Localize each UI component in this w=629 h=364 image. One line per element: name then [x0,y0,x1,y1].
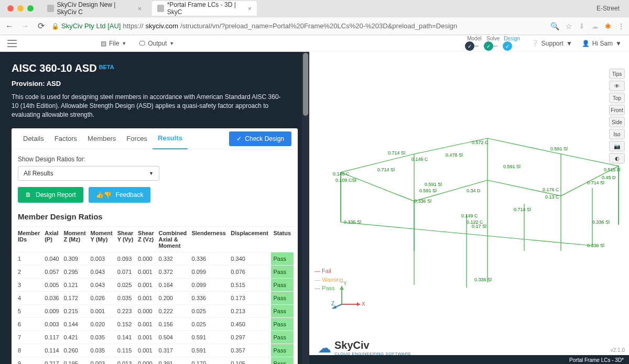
stage-solve-button[interactable]: ✓ [484,41,493,51]
maximize-window-icon[interactable] [27,5,34,12]
table-cell: 0.000 [136,357,156,364]
search-icon[interactable]: 🔍 [550,22,559,30]
structure-wireframe [309,52,629,364]
table-cell: 0.450 [229,318,271,331]
menu-toggle-button[interactable] [7,40,17,47]
check-design-label: Check Design [245,135,284,142]
status-cell: Pass [271,318,294,331]
table-cell: 0.040 [42,252,61,266]
tab-forces[interactable]: Forces [121,128,153,149]
viewport-3d[interactable]: 0.572 C0.591 Sl0.714 Sl0.146 C0.478 Sl0.… [309,52,629,364]
tab-members[interactable]: Members [82,128,121,149]
stage-model-button[interactable]: ✓ [465,41,474,51]
view-front-button[interactable]: Front [609,105,625,115]
check-design-button[interactable]: ✓ Check Design [229,131,291,146]
file-menu[interactable]: ▤ File ▼ [101,40,126,47]
bookmark-icon[interactable]: ☆ [566,22,572,30]
table-row[interactable]: 80.1140.2600.0350.1150.0010.3170.5910.35… [16,344,294,357]
feedback-button[interactable]: 👍👎 Feedback [89,187,151,203]
table-cell: 0.515 [229,279,271,292]
view-side-button[interactable]: Side [609,117,625,127]
table-cell: 0.071 [115,266,136,279]
filter-select[interactable]: All Results ▼ [18,166,159,181]
menu-icon[interactable]: ⋮ [617,22,625,30]
table-cell: 0.009 [42,305,61,318]
cloud-icon[interactable]: ☁ [591,22,599,30]
status-cell: Pass [271,252,294,266]
stage-design-label: Design [503,36,522,41]
table-cell: 0.295 [61,266,88,279]
minimize-window-icon[interactable] [17,5,24,12]
browser-profile-label[interactable]: E-Street [597,5,620,12]
table-row[interactable]: 10.0400.3090.0030.0930.0000.3320.3360.34… [16,252,294,266]
view-buttons: Tips 👁 Top Front Side Iso 📷 ◐ [609,69,625,163]
output-menu[interactable]: 🖵 Output ▼ [139,40,174,47]
tab-results[interactable]: Results [153,128,188,149]
url-field[interactable]: 🔒 SkyCiv Pty Ltd [AU] https://skyciv.com… [51,22,545,30]
url-host: skyciv.com [145,22,178,30]
tab-details[interactable]: Details [18,128,49,149]
reload-button[interactable]: ⟳ [36,21,46,31]
shade-button[interactable]: ◐ [609,153,625,163]
browser-chrome: SkyCiv Design New | SkyCiv C × *Portal F… [0,0,629,35]
table-cell: 0.164 [156,279,189,292]
table-cell: 0.336 [189,292,229,305]
table-row[interactable]: 60.0030.1440.0200.1520.0010.1560.0250.45… [16,318,294,331]
scrollbar[interactable] [302,52,309,364]
table-cell: 0.093 [115,252,136,266]
table-cell: 0.217 [42,357,61,364]
table-cell: 0.001 [136,331,156,344]
table-row[interactable]: 20.0570.2950.0430.0710.0010.3720.0990.07… [16,266,294,279]
window-controls[interactable] [4,5,37,12]
close-tab-icon[interactable]: × [247,5,252,13]
tips-button[interactable]: Tips [609,69,625,79]
visibility-button[interactable]: 👁 [609,81,625,91]
browser-tab[interactable]: SkyCiv Design New | SkyCiv C × [42,1,147,16]
design-report-button[interactable]: 🗎 Design Report [18,187,83,203]
file-icon: ▤ [101,40,106,47]
table-row[interactable]: 90.2170.1950.0030.0130.0000.3910.1700.10… [16,357,294,364]
back-button[interactable]: ← [4,21,15,31]
table-cell: 0.035 [115,292,136,305]
download-icon[interactable]: ⬇ [579,22,585,30]
table-cell: 0.372 [156,266,189,279]
table-cell: 0.170 [189,357,229,364]
chevron-down-icon: ▼ [169,41,174,46]
table-cell: 0.025 [115,279,136,292]
table-cell: 0.000 [136,305,156,318]
stage-design-button[interactable]: ✓ [503,41,512,51]
table-cell: 0.003 [89,357,115,364]
status-cell: Pass [271,279,294,292]
scrollbar-thumb[interactable] [303,53,308,116]
status-bar-text: Portal Frame LCs - 3D* [569,357,624,363]
close-tab-icon[interactable]: × [137,5,142,13]
table-cell: 6 [16,318,42,331]
extension-icon[interactable]: ✱ [605,22,611,30]
table-row[interactable]: 40.0360.1720.0260.0350.0010.2000.3360.17… [16,292,294,305]
screenshot-button[interactable]: 📷 [609,141,625,151]
table-row[interactable]: 70.1170.4210.0350.1410.0010.5040.5910.29… [16,331,294,344]
table-header: Axial(P) [42,227,61,252]
design-report-label: Design Report [36,191,76,198]
user-menu[interactable]: 👤 Hi Sam ▼ [582,40,622,47]
view-top-button[interactable]: Top [609,93,625,103]
table-cell: 0.057 [42,266,61,279]
view-iso-button[interactable]: Iso [609,129,625,139]
table-cell: 0.200 [156,292,189,305]
browser-tab-active[interactable]: *Portal Frame LCs - 3D | SkyC × [152,1,257,16]
table-row[interactable]: 50.0090.2150.0010.2230.0000.2220.0250.21… [16,305,294,318]
tab-factors[interactable]: Factors [49,128,82,149]
version-label: v2.1.0 [611,347,625,353]
table-cell: 0.222 [156,305,189,318]
table-cell: 0.152 [115,318,136,331]
table-cell: 0.195 [61,357,88,364]
code-title-text: AISC 360-10 ASD [12,62,97,74]
chevron-down-icon: ▼ [615,40,622,47]
table-cell: 0.076 [229,266,271,279]
table-header: Status [271,227,294,252]
table-row[interactable]: 30.0050.1210.0430.0250.0010.1640.0990.51… [16,279,294,292]
close-window-icon[interactable] [7,5,14,12]
beta-badge: BETA [99,64,114,70]
code-title: AISC 360-10 ASDBETA [12,62,298,74]
support-menu[interactable]: ❔ Support ▼ [531,40,572,47]
